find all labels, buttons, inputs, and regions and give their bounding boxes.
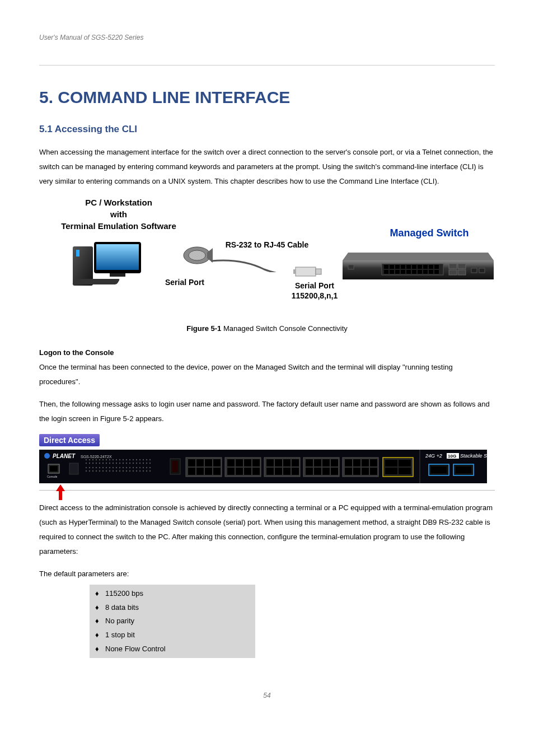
- svg-point-82: [133, 463, 134, 464]
- svg-point-61: [129, 459, 130, 460]
- svg-rect-176: [385, 460, 397, 466]
- svg-point-110: [92, 470, 93, 472]
- svg-point-80: [126, 463, 127, 464]
- svg-text:10G: 10G: [448, 454, 456, 459]
- svg-rect-1: [76, 250, 79, 256]
- svg-point-55: [109, 459, 110, 460]
- svg-rect-36: [458, 264, 466, 269]
- svg-point-64: [139, 459, 140, 460]
- logon-para-1: Once the terminal has been connected to …: [39, 360, 495, 389]
- svg-point-69: [89, 463, 90, 464]
- svg-point-90: [92, 467, 93, 468]
- svg-rect-145: [283, 459, 291, 466]
- svg-point-77: [116, 463, 117, 464]
- svg-point-119: [123, 470, 124, 472]
- svg-rect-140: [236, 459, 243, 466]
- param-label-4: None Flow Control: [105, 642, 184, 656]
- svg-rect-33: [429, 270, 433, 274]
- svg-rect-8: [296, 267, 316, 276]
- svg-point-124: [139, 470, 140, 472]
- svg-rect-31: [418, 270, 422, 274]
- svg-rect-44: [50, 466, 58, 472]
- svg-rect-163: [266, 468, 274, 475]
- svg-point-66: [146, 459, 147, 460]
- serial-port-right-line2: 115200,8,n,1: [292, 291, 338, 300]
- svg-point-62: [133, 459, 134, 460]
- svg-rect-149: [322, 459, 330, 466]
- svg-rect-170: [331, 468, 338, 475]
- svg-rect-150: [331, 459, 338, 466]
- figure-text: Managed Switch Console Connectivity: [221, 324, 347, 333]
- svg-point-84: [139, 463, 140, 464]
- terminal-params-list: ♦115200 bps ♦8 data bits ♦No parity ♦1 s…: [90, 585, 255, 658]
- direct-access-heading: Direct Access: [39, 434, 100, 446]
- svg-point-75: [109, 463, 110, 464]
- svg-text:24G +2: 24G +2: [425, 453, 442, 459]
- svg-rect-143: [266, 459, 274, 466]
- logon-para-2: Then, the following message asks to logi…: [39, 397, 495, 426]
- svg-point-105: [143, 467, 144, 468]
- svg-point-109: [89, 470, 90, 472]
- pc-label-line2: with: [110, 209, 127, 219]
- svg-point-92: [99, 467, 100, 468]
- svg-point-52: [99, 459, 100, 460]
- managed-switch-label: Managed Switch: [365, 227, 494, 239]
- page-header: User's Manual of SGS-5220 Series: [39, 34, 495, 43]
- svg-rect-3: [96, 244, 139, 270]
- svg-point-81: [129, 463, 130, 464]
- page-number: 54: [39, 692, 495, 699]
- section-title: 5.1 Accessing the CLI: [39, 124, 495, 135]
- svg-point-127: [149, 470, 151, 472]
- svg-point-123: [136, 470, 137, 472]
- svg-point-58: [119, 459, 120, 460]
- svg-text:Console: Console: [47, 475, 58, 478]
- param-label-1: 8 data bits: [105, 601, 184, 615]
- svg-point-114: [106, 470, 107, 472]
- svg-rect-28: [401, 270, 405, 274]
- svg-point-117: [116, 470, 117, 472]
- svg-rect-154: [370, 459, 377, 466]
- svg-point-59: [123, 459, 124, 460]
- svg-text:Stackable Switch: Stackable Switch: [460, 453, 487, 459]
- svg-rect-179: [399, 468, 411, 474]
- svg-point-73: [102, 463, 104, 464]
- svg-rect-148: [314, 459, 321, 466]
- serial-port-left-label: Serial Port: [151, 278, 218, 287]
- svg-rect-21: [418, 265, 422, 269]
- header-left: User's Manual of SGS-5220 Series: [39, 34, 143, 41]
- svg-rect-27: [395, 270, 400, 274]
- svg-marker-189: [56, 484, 65, 500]
- svg-point-125: [143, 470, 144, 472]
- svg-rect-139: [227, 459, 235, 466]
- svg-point-50: [92, 459, 93, 460]
- svg-rect-171: [345, 468, 352, 475]
- param-label-2: No parity: [105, 614, 184, 628]
- svg-point-89: [89, 467, 90, 468]
- svg-point-60: [126, 459, 127, 460]
- svg-point-121: [129, 470, 130, 472]
- svg-point-100: [126, 467, 127, 468]
- svg-rect-135: [188, 459, 195, 466]
- svg-rect-147: [306, 459, 313, 466]
- svg-rect-26: [390, 270, 394, 274]
- model-text: SGS-5220-24T2X: [81, 455, 112, 459]
- svg-point-57: [116, 459, 117, 460]
- svg-point-108: [86, 470, 87, 472]
- param-row-3: ♦1 stop bit: [95, 628, 252, 642]
- svg-point-54: [106, 459, 107, 460]
- svg-point-68: [86, 463, 87, 464]
- svg-rect-4: [110, 273, 125, 277]
- svg-rect-155: [188, 468, 195, 475]
- figure-caption: Figure 5-1 Managed Switch Console Connec…: [39, 324, 495, 333]
- svg-point-107: [149, 467, 151, 468]
- svg-rect-30: [412, 270, 416, 274]
- svg-rect-165: [283, 468, 291, 475]
- svg-rect-10: [293, 269, 296, 274]
- pc-label-line1: PC / Workstation: [85, 198, 152, 207]
- svg-rect-172: [353, 468, 360, 475]
- svg-rect-37: [449, 270, 457, 275]
- svg-point-85: [143, 463, 144, 464]
- svg-rect-137: [205, 459, 212, 466]
- pc-label-line3: Terminal Emulation Software: [61, 221, 176, 231]
- svg-rect-161: [244, 468, 251, 475]
